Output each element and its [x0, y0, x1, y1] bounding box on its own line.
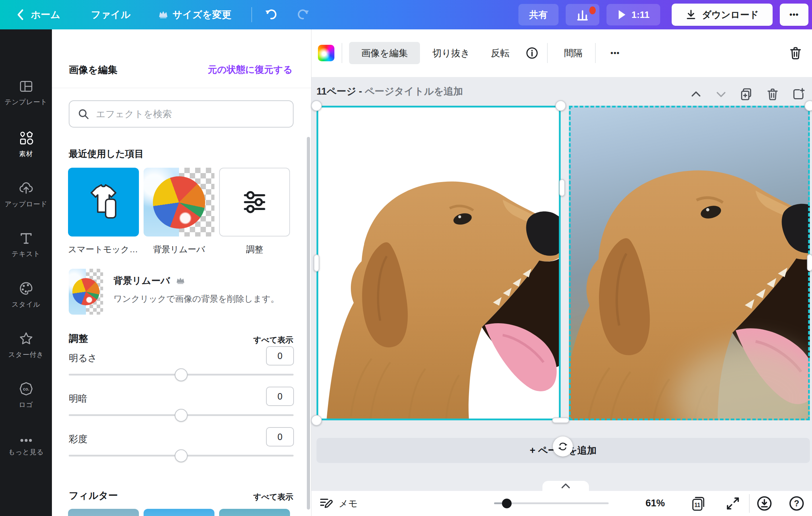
crop-button[interactable]: 切り抜き	[429, 42, 473, 64]
trash-icon	[766, 87, 779, 101]
sidebar-item-label: もっと見る	[8, 448, 44, 457]
crown-icon	[176, 276, 185, 286]
elements-icon	[18, 130, 34, 146]
resize-handle-top-left[interactable]	[311, 100, 322, 111]
move-page-up-button[interactable]	[688, 86, 704, 102]
brightness-slider[interactable]	[69, 374, 294, 376]
spacing-button[interactable]: 間隔	[556, 42, 590, 64]
sidebar-item-templates[interactable]: テンプレート	[0, 72, 52, 114]
image-right-original[interactable]	[569, 106, 810, 420]
collapse-panel-tab[interactable]	[542, 481, 589, 491]
crown-icon	[158, 10, 168, 20]
quick-download-button[interactable]	[755, 494, 773, 512]
menu-resize[interactable]: サイズを変更	[158, 0, 232, 29]
sidebar-item-more[interactable]: もっと見る	[0, 426, 52, 468]
saturation-slider[interactable]	[69, 455, 294, 457]
play-button[interactable]: 1:11	[606, 4, 660, 25]
topbar-more-button[interactable]: •••	[780, 4, 808, 26]
brightness-value-input[interactable]	[266, 346, 294, 366]
help-button[interactable]: ?	[788, 494, 806, 512]
saturation-value-input[interactable]	[266, 427, 294, 446]
notes-icon	[319, 496, 333, 511]
zoom-slider-handle[interactable]	[502, 498, 512, 508]
zoom-slider[interactable]	[494, 502, 609, 504]
bg-remover-row[interactable]: 背景リムーバ ワンクリックで画像の背景を削除します。	[52, 266, 311, 318]
image-left-bg-removed[interactable]	[316, 106, 561, 420]
star-icon	[18, 331, 34, 347]
delete-element-button[interactable]	[785, 42, 806, 64]
rotate-handle[interactable]	[553, 436, 573, 457]
contrast-slider-handle[interactable]	[175, 409, 188, 422]
sidebar-item-starred[interactable]: スター付き	[0, 324, 52, 366]
canva-editor-window: ホーム ファイル サイズを変更 共有 1:11 ダウンロード •••	[0, 0, 812, 516]
delete-page-button[interactable]	[765, 86, 780, 102]
flip-button[interactable]: 反転	[484, 42, 516, 64]
contrast-slider[interactable]	[69, 414, 294, 416]
sidebar-item-styles[interactable]: スタイル	[0, 274, 52, 316]
menu-file-label: ファイル	[91, 8, 131, 21]
sidebar-item-elements[interactable]: 素材	[0, 123, 52, 166]
help-glyph: ?	[794, 498, 799, 508]
page-grid-view-button[interactable]: 11	[690, 494, 708, 512]
redo-button[interactable]	[296, 0, 311, 29]
download-button[interactable]: ダウンロード	[672, 4, 773, 26]
download-circle-icon	[756, 495, 773, 512]
templates-icon	[19, 79, 34, 94]
chevron-left-icon	[16, 9, 25, 21]
menu-file[interactable]: ファイル	[91, 0, 131, 29]
info-button[interactable]	[521, 42, 543, 64]
move-page-down-button[interactable]	[713, 86, 729, 102]
brightness-label: 明るさ	[69, 352, 97, 364]
resize-handle-left-middle[interactable]	[314, 254, 319, 272]
sidebar-item-uploads[interactable]: アップロード	[0, 173, 52, 216]
duplicate-page-button[interactable]	[738, 86, 754, 102]
resize-handle-bottom-center[interactable]	[552, 417, 569, 423]
saturation-slider-handle[interactable]	[175, 449, 188, 462]
rotate-icon	[557, 440, 569, 453]
filter-tile[interactable]	[144, 509, 214, 516]
menu-home-label: ホーム	[31, 8, 60, 21]
panel-scrollbar[interactable]	[307, 137, 310, 510]
filter-tile[interactable]	[219, 509, 290, 516]
fullscreen-button[interactable]	[724, 494, 742, 512]
topbar-divider	[251, 7, 252, 22]
sidebar-item-label: 素材	[19, 149, 33, 159]
add-page-icon	[791, 87, 806, 101]
page-title-separator: -	[359, 86, 362, 97]
undo-button[interactable]	[264, 0, 278, 29]
effect-search-input[interactable]	[96, 109, 285, 120]
page-title-bar[interactable]: 11ページ - ページタイトルを追加	[316, 85, 463, 98]
recent-tile-smart-mockup[interactable]	[68, 168, 139, 236]
notes-label: メモ	[339, 497, 358, 510]
restore-original-link[interactable]: 元の状態に復元する	[208, 63, 293, 76]
filter-show-all-link[interactable]: すべて表示	[253, 492, 293, 502]
effect-search-box	[69, 100, 294, 128]
info-icon	[525, 46, 539, 60]
beach-ball-image	[153, 176, 205, 229]
menu-resize-label: サイズを変更	[173, 8, 232, 21]
sidebar-item-logos[interactable]: co. ロゴ	[0, 374, 52, 416]
resize-handle-right-middle[interactable]	[559, 179, 565, 196]
add-page-icon-button[interactable]	[791, 86, 806, 102]
menu-home[interactable]: ホーム	[31, 0, 60, 29]
share-button[interactable]: 共有	[518, 4, 559, 25]
color-picker-swatch[interactable]	[318, 45, 334, 61]
dog-photo-cutout	[316, 106, 561, 420]
edit-image-button[interactable]: 画像を編集	[349, 42, 420, 64]
resize-handle-bottom-left[interactable]	[311, 415, 322, 426]
notes-button[interactable]: メモ	[319, 491, 358, 516]
contrast-value-input[interactable]	[266, 387, 294, 406]
recent-tile-adjust[interactable]	[219, 168, 290, 236]
brightness-slider-handle[interactable]	[175, 368, 188, 381]
filter-tile[interactable]	[68, 509, 139, 516]
resize-handle-top-right[interactable]	[555, 100, 566, 111]
filter-heading: フィルター	[69, 489, 118, 502]
toolbar-divider	[595, 43, 596, 63]
page-title-placeholder: ページタイトルを追加	[365, 86, 463, 97]
back-button[interactable]	[16, 0, 25, 29]
sidebar-item-text[interactable]: テキスト	[0, 224, 52, 266]
recent-tile-bg-remover[interactable]	[144, 168, 214, 236]
resize-handle-grid-right-middle[interactable]	[807, 254, 812, 271]
toolbar-more-button[interactable]: •••	[602, 42, 628, 64]
adjust-show-all-link[interactable]: すべて表示	[253, 335, 293, 345]
